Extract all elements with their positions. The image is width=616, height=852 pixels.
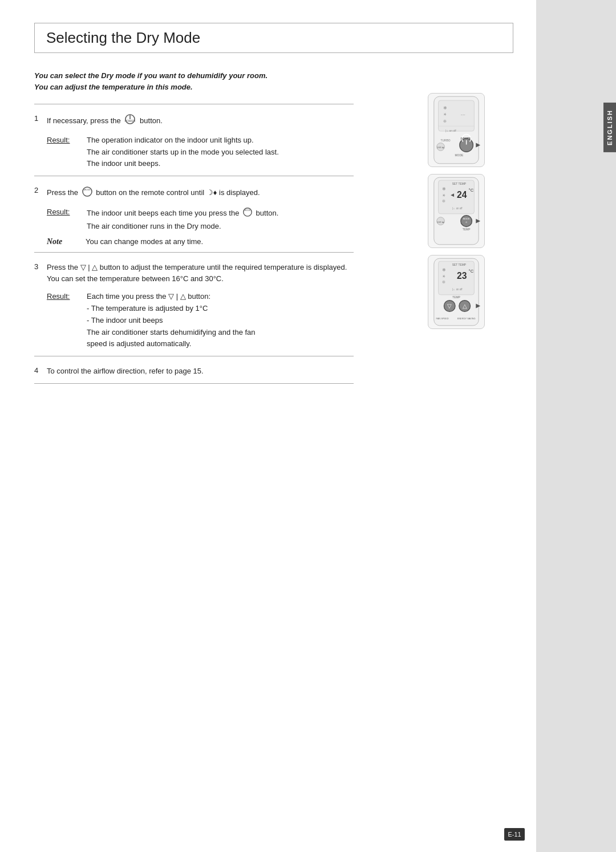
result-1-line1: The operation indicator on the indoor un… — [87, 135, 354, 147]
page-title: Selecting the Dry Mode — [46, 29, 501, 47]
dry-mode-symbol: ☽♦ — [206, 188, 217, 197]
step-3-row: 3 Press the ▽ | △ button to adjust the t… — [34, 262, 354, 286]
step-1-row: 1 If necessary, press the POWER — [34, 113, 354, 129]
svg-text:❄: ❄ — [442, 186, 446, 192]
page-container: Selecting the Dry Mode You can select th… — [0, 0, 616, 852]
svg-text:---: --- — [461, 112, 465, 117]
result-3-label: Result: — [47, 291, 87, 350]
result-3-extra2: speed is adjusted automatically. — [87, 338, 354, 350]
svg-text:1HR ⏻: 1HR ⏻ — [437, 146, 444, 149]
step-3-result-row: Result: Each time you press the ▽ | △ bu… — [47, 291, 354, 350]
divider-3 — [34, 252, 354, 253]
result-3-extra1: The air conditioner starts dehumidifying… — [87, 327, 354, 339]
mode-icon-inline: MODE — [82, 185, 93, 201]
svg-text:❊: ❊ — [442, 199, 445, 203]
svg-text:ENERGY SAVING: ENERGY SAVING — [457, 317, 476, 320]
remotes-column: ❄ ☀ ❊ --- |♨ on off TURBO POWER — [399, 70, 513, 329]
svg-text:TURBO: TURBO — [441, 139, 451, 142]
svg-text:▽: ▽ — [447, 303, 452, 309]
step-1-content: If necessary, press the POWER button. — [47, 113, 354, 129]
step-2-note-row: Note You can change modes at any time. — [47, 237, 354, 246]
svg-text:|♨ on off: |♨ on off — [445, 129, 456, 132]
step-2-number: 2 — [34, 186, 47, 194]
step-4-text: To control the airflow direction, refer … — [47, 367, 204, 375]
result-2-text: The indoor unit beeps each time you pres… — [87, 206, 354, 233]
step-3-range: You can set the temperature between 16°C… — [47, 274, 224, 283]
content-wrapper: You can select the Dry mode if you want … — [34, 70, 513, 393]
result-2-line1: The indoor unit beeps each time you pres… — [87, 206, 354, 221]
svg-text:❊: ❊ — [443, 119, 447, 123]
remote-2: SET TEMP ❄ ☀ ❊ 24 °C ◄ |♨ on off — [428, 174, 485, 248]
svg-text:❄: ❄ — [442, 267, 446, 273]
step-4-content: To control the airflow direction, refer … — [47, 366, 354, 378]
step-2-press: Press the — [47, 188, 80, 197]
svg-text:⊙: ⊙ — [465, 221, 467, 224]
divider-4 — [34, 356, 354, 356]
step-1-result-row: Result: The operation indicator on the i… — [47, 135, 354, 170]
svg-text:MODE: MODE — [455, 154, 464, 157]
svg-text:☀: ☀ — [443, 113, 447, 117]
divider-2 — [34, 176, 354, 176]
intro-line2: You can adjust the temperature in this m… — [34, 82, 354, 93]
divider-1 — [34, 104, 354, 104]
intro-text: You can select the Dry mode if you want … — [34, 70, 354, 92]
note-text: You can change modes at any time. — [86, 237, 203, 246]
svg-text:TEMP: TEMP — [463, 228, 471, 231]
svg-text:SET TEMP: SET TEMP — [452, 182, 466, 185]
svg-text:△: △ — [463, 303, 467, 309]
svg-text:MODE: MODE — [245, 209, 251, 212]
step-3-text: Press the ▽ | △ button to adjust the tem… — [47, 263, 347, 271]
svg-text:°C: °C — [469, 188, 474, 193]
result-1-line3: The indoor unit beeps. — [87, 158, 354, 170]
content-right: ❄ ☀ ❊ --- |♨ on off TURBO POWER — [399, 70, 513, 329]
step-1-number: 1 — [34, 114, 47, 123]
svg-text:❊: ❊ — [442, 280, 445, 284]
step-3-content: Press the ▽ | △ button to adjust the tem… — [47, 262, 354, 286]
svg-text:°C: °C — [469, 269, 474, 274]
svg-text:24: 24 — [457, 190, 467, 200]
title-box: Selecting the Dry Mode — [34, 23, 513, 53]
english-tab: ENGLISH — [603, 103, 616, 152]
step-1-button-label: button. — [140, 116, 163, 125]
svg-text:|♨ on off: |♨ on off — [452, 207, 463, 210]
svg-text:POWER: POWER — [125, 119, 136, 123]
power-icon-inline: POWER — [124, 113, 136, 129]
steps-area: 1 If necessary, press the POWER — [34, 104, 354, 384]
result-1-label: Result: — [47, 135, 87, 170]
main-content: Selecting the Dry Mode You can select th… — [0, 0, 536, 852]
svg-text:☀: ☀ — [442, 274, 445, 278]
svg-text:◄: ◄ — [449, 192, 455, 198]
note-label: Note — [47, 237, 81, 246]
result-3-bullet2: - The indoor unit beeps — [87, 315, 354, 327]
svg-text:MODE: MODE — [84, 188, 91, 191]
result-3-intro: Each time you press the ▽ | △ button: — [87, 291, 354, 303]
page-number: E-11 — [504, 828, 525, 841]
right-sidebar: ENGLISH — [536, 0, 616, 852]
svg-text:MODE: MODE — [463, 217, 470, 220]
step-2-text: button on the remote control until — [96, 188, 206, 197]
step-2-displayed: is displayed. — [219, 188, 260, 197]
remote-3: SET TEMP ❄ ☀ ❊ 23 °C |♨ on off TEMP — [428, 255, 485, 329]
svg-text:23: 23 — [457, 271, 467, 281]
svg-text:SET TEMP: SET TEMP — [452, 263, 466, 266]
content-left: You can select the Dry mode if you want … — [34, 70, 354, 393]
svg-text:|♨ on off: |♨ on off — [452, 288, 463, 291]
remote-1: ❄ ☀ ❊ --- |♨ on off TURBO POWER — [428, 93, 485, 167]
result-1-text: The operation indicator on the indoor un… — [87, 135, 354, 170]
result-1-line2: The air conditioner starts up in the mod… — [87, 147, 354, 159]
svg-text:☀: ☀ — [442, 193, 445, 197]
step-3-number: 3 — [34, 262, 47, 271]
divider-5 — [34, 383, 354, 384]
result-2-label: Result: — [47, 206, 87, 233]
step-2-result-row: Result: The indoor unit beeps each time … — [47, 206, 354, 233]
step-1-text: If necessary, press the — [47, 116, 123, 125]
step-4-number: 4 — [34, 366, 47, 375]
result-2-line2: The air conditioner runs in the Dry mode… — [87, 221, 354, 233]
svg-text:FAN SPEED: FAN SPEED — [436, 317, 449, 320]
mode-icon-result: MODE — [242, 206, 253, 221]
step-2-content: Press the MODE button on the remote cont… — [47, 185, 354, 201]
svg-text:❄: ❄ — [443, 106, 447, 111]
result-3-bullet1: - The temperature is adjusted by 1°C — [87, 303, 354, 315]
step-4-row: 4 To control the airflow direction, refe… — [34, 366, 354, 378]
svg-text:1HR ⏻: 1HR ⏻ — [437, 221, 444, 224]
